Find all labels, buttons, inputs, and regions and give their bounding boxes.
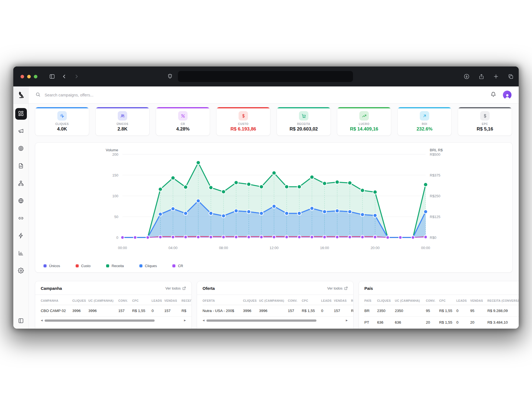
scrollbar-thumb[interactable]	[206, 319, 316, 322]
sidebar-item-link[interactable]	[15, 213, 27, 224]
new-tab-icon[interactable]	[492, 73, 500, 80]
sidebar-item-target[interactable]	[15, 143, 27, 155]
scroll-left-arrow[interactable]: ◀	[41, 319, 43, 322]
column-header: VENDAS	[334, 295, 351, 305]
table-cell: 157	[288, 305, 302, 317]
zap-icon	[18, 233, 24, 240]
table-cell: 0	[456, 317, 470, 328]
column-header: LEADS	[456, 295, 470, 305]
metric-label: CUSTO	[238, 122, 249, 126]
traffic-chart: 0R$050R$125100R$250150R$375200R$500Volum…	[35, 143, 512, 272]
sidebar-item-bar-chart[interactable]	[15, 248, 27, 259]
svg-text:200: 200	[112, 152, 118, 157]
collapse-sidebar-icon[interactable]	[18, 318, 24, 325]
legend-item-cliques[interactable]: Cliques	[139, 264, 157, 268]
table-row: BR2350235095R$ 1,55095R$ 9.288,09	[364, 305, 519, 317]
metric-value: R$ 6.193,86	[231, 126, 256, 132]
legend-label: CR	[178, 264, 183, 268]
tab-overview-icon[interactable]	[507, 73, 514, 80]
column-header: CLIQUES	[243, 295, 259, 305]
notifications-bell-icon[interactable]	[490, 91, 496, 98]
horizontal-scrollbar: ◀ ▶	[41, 319, 186, 322]
bar-chart-icon	[18, 250, 24, 257]
svg-text:R$250: R$250	[430, 194, 440, 198]
column-header: RECEITA	[181, 295, 191, 305]
url-bar[interactable]	[178, 71, 353, 82]
close-window-button[interactable]	[21, 75, 24, 78]
sidebar-item-network[interactable]	[15, 178, 27, 190]
column-header: CONV.	[288, 295, 302, 305]
summary-card-campanha: Campanha Ver todos CAMPANHACLIQUESUC (CA…	[35, 281, 192, 329]
metric-card-custo: CUSTO R$ 6.193,86	[216, 107, 270, 136]
scroll-right-arrow[interactable]: ▶	[346, 319, 348, 322]
legend-swatch	[44, 264, 47, 267]
share-icon[interactable]	[478, 73, 485, 80]
table-cell: R$	[351, 305, 353, 317]
svg-text:20:00: 20:00	[370, 246, 380, 250]
column-header: PAÍS	[364, 295, 377, 305]
data-table: OFERTACLIQUESUC (CAMPANHA)CONV.CPCLEADSV…	[203, 295, 353, 317]
table-cell: 0	[152, 305, 164, 317]
legend-item-únicos[interactable]: Únicos	[44, 264, 60, 268]
users-icon	[118, 111, 127, 121]
summary-tables-row: Campanha Ver todos CAMPANHACLIQUESUC (CA…	[35, 281, 513, 329]
megaphone-icon	[18, 128, 24, 135]
legend-label: Cliques	[145, 264, 157, 268]
user-avatar[interactable]	[503, 91, 511, 99]
column-header: CLIQUES	[72, 295, 88, 305]
legend-item-receita[interactable]: Receita	[106, 264, 124, 268]
scroll-right-arrow[interactable]: ▶	[184, 319, 186, 322]
table-cell: 157	[118, 305, 132, 317]
metric-card-lucro: LUCRO R$ 14.409,16	[337, 107, 391, 136]
network-icon	[18, 180, 24, 187]
table-cell: 636	[377, 317, 395, 328]
external-link-icon	[344, 287, 348, 290]
sidebar-item-file-code[interactable]	[15, 160, 27, 172]
app-logo[interactable]	[13, 86, 29, 104]
table-cell: 0	[321, 305, 334, 317]
arrow-up-right-icon	[420, 111, 429, 121]
traffic-chart-card: 0R$050R$125100R$250150R$375200R$500Volum…	[35, 142, 513, 273]
back-icon[interactable]	[61, 73, 68, 80]
zoom-window-button[interactable]	[34, 75, 37, 78]
sidebar-item-megaphone[interactable]	[15, 126, 27, 137]
table-cell: R$	[181, 305, 191, 317]
scroll-left-arrow[interactable]: ◀	[203, 319, 204, 322]
metric-value: R$ 20.603,02	[290, 126, 318, 132]
sidebar-item-globe[interactable]	[15, 195, 27, 207]
table-cell: R$ 1,55	[439, 305, 456, 317]
metric-accent-strip	[337, 107, 391, 108]
table-cell: 3996	[243, 305, 259, 317]
view-all-link[interactable]: Ver todos	[165, 286, 186, 290]
percent-icon	[178, 111, 188, 121]
metric-value: 4.28%	[176, 126, 190, 132]
dashboard-icon	[18, 111, 24, 117]
legend-item-custo[interactable]: Custo	[76, 264, 91, 268]
privacy-shield-icon[interactable]	[167, 73, 173, 80]
downloads-icon[interactable]	[463, 73, 470, 80]
search-input[interactable]	[44, 93, 160, 98]
sidebar-item-gear[interactable]	[15, 265, 27, 277]
sidebar-item-zap[interactable]	[15, 230, 27, 242]
browser-titlebar	[13, 66, 519, 86]
search-icon	[35, 92, 40, 98]
table-cell: 0	[456, 305, 470, 317]
metric-label: EPC	[482, 122, 488, 126]
view-all-link[interactable]: Ver todos	[327, 286, 348, 290]
column-header: UC (CAMPANHA)	[259, 295, 288, 305]
sidebar-item-dashboard[interactable]	[15, 108, 27, 120]
column-header: CPC	[132, 295, 152, 305]
scrollbar-track[interactable]	[206, 319, 344, 322]
scrollbar-track[interactable]	[45, 319, 182, 322]
browser-sidebar-toggle-icon[interactable]	[48, 73, 56, 80]
data-table: PAÍSCLIQUESUC (CAMPANHA)CONV.CPCLEADSVEN…	[364, 295, 519, 328]
column-header: LEADS	[152, 295, 164, 305]
svg-text:08:00: 08:00	[219, 246, 228, 250]
scrollbar-thumb[interactable]	[45, 319, 155, 322]
forward-icon[interactable]	[73, 73, 80, 80]
file-code-icon	[18, 163, 24, 170]
svg-text:00:00: 00:00	[421, 246, 430, 250]
minimize-window-button[interactable]	[27, 75, 31, 78]
legend-item-cr[interactable]: CR	[172, 264, 183, 268]
cursor-click-icon	[57, 111, 67, 121]
